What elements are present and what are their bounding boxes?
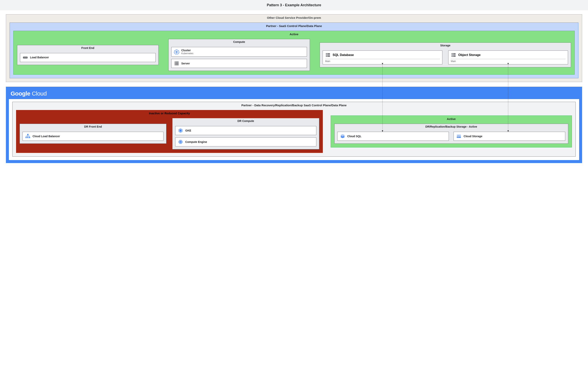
label-load-balancer: Load Balancer [30,56,49,59]
box-partner-saas: Partner - SaaS Control Plane/Data Plane … [10,23,578,78]
cloud-sql-icon [340,133,345,139]
svg-rect-43 [180,141,181,143]
label-cluster: Cluster [181,49,193,52]
svg-rect-30 [452,56,454,57]
label-storage: Storage [320,43,571,49]
card-gke: GKE [175,126,316,135]
compute-engine-icon [178,139,183,145]
kubernetes-icon [174,49,179,55]
box-partner-dr: Partner - Data Recovery/Replication/Back… [12,102,576,157]
box-other-cloud: Other Cloud Service Provider/On-prem Par… [6,14,582,82]
cloud-storage-icon [456,133,462,139]
box-frontend: Front End Load Balancer [17,45,159,65]
card-cloud-lb: Cloud Load Balancer [23,132,164,141]
svg-point-61 [460,137,460,137]
svg-rect-60 [458,137,459,137]
database-icon [325,52,331,58]
box-active-bottom: Active DR/Replication/Backup Storage - A… [331,116,572,147]
svg-rect-22 [326,54,328,54]
box-dr-frontend: DR Front End Cloud Load Balancer [20,124,166,144]
server-icon [174,61,179,66]
label-server: Server [181,62,190,65]
page-title: Pattern 3 - Example Architecture [0,0,588,10]
card-server: Server [171,59,307,68]
load-balancer-icon [23,55,28,60]
box-dr-storage: DR/Replication/Backup Storage - Active C… [334,124,568,144]
card-sql-database: SQL Database Main [323,50,442,64]
label-partner-saas: Partner - SaaS Control Plane/Data Plane [10,23,578,28]
label-compute-engine: Compute Engine [185,140,207,144]
svg-point-17 [175,63,175,64]
box-compute: Compute Cluster Kubernetes [168,39,310,71]
card-cloud-sql: Cloud SQL [337,132,449,141]
card-object-storage: Object Storage Main [448,50,568,64]
svg-rect-58 [458,135,459,135]
svg-rect-33 [27,137,28,138]
label-dr-storage: DR/Replication/Backup Storage - Active [335,124,568,130]
svg-rect-28 [452,54,454,54]
svg-point-3 [26,57,27,58]
svg-point-18 [175,65,175,65]
cloud-load-balancer-icon [25,133,31,139]
label-cluster-sub: Kubernetes [181,52,193,55]
label-cloud-lb: Cloud Load Balancer [33,135,60,138]
box-google-cloud: Google Cloud Partner - Data Recovery/Rep… [6,87,582,163]
google-cloud-logo: Google Cloud [9,90,579,99]
svg-point-1 [24,57,25,58]
svg-point-59 [460,135,460,135]
svg-point-2 [25,57,26,58]
box-active-top: Active Front End Lo [13,31,575,75]
card-cloud-storage: Cloud Storage [454,132,565,141]
svg-rect-34 [29,137,30,138]
label-cloud-storage: Cloud Storage [464,135,482,138]
label-other-cloud: Other Cloud Service Provider/On-prem [6,15,582,20]
label-sql-db: SQL Database [333,53,354,57]
svg-rect-31 [27,134,29,135]
diagram-canvas: Other Cloud Service Provider/On-prem Par… [0,10,588,167]
gke-icon [178,128,183,133]
label-obj-main: Main [451,59,565,63]
box-inactive: Inactive or Reduced Capacity DR Front En… [16,110,323,153]
svg-rect-24 [326,56,328,57]
label-obj-storage: Object Storage [458,53,481,57]
svg-point-16 [175,62,175,62]
label-frontend: Front End [17,45,158,51]
card-compute-engine: Compute Engine [175,137,316,146]
label-compute: Compute [169,39,310,45]
box-storage: Storage SQL Database [320,42,571,67]
label-cloud-sql: Cloud SQL [347,135,361,138]
label-active-top: Active [14,31,574,37]
card-load-balancer: Load Balancer [20,53,156,62]
card-cluster: Cluster Kubernetes [171,47,307,57]
label-dr-compute: DR Compute [173,118,319,124]
label-dr-frontend: DR Front End [20,124,166,130]
label-gke: GKE [185,129,191,132]
box-dr-compute: DR Compute GKE [172,118,319,149]
svg-rect-32 [26,137,27,138]
label-inactive: Inactive or Reduced Capacity [16,110,323,116]
object-storage-icon [451,52,456,58]
label-partner-dr: Partner - Data Recovery/Replication/Back… [13,102,575,108]
label-sql-main: Main [325,59,440,63]
label-active-bottom: Active [331,116,572,121]
